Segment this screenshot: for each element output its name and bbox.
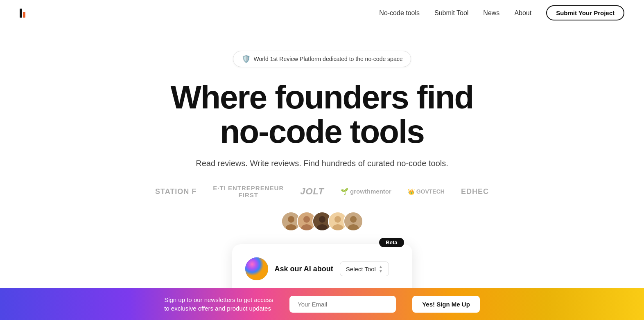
nav-link-submit[interactable]: Submit Tool bbox=[434, 9, 468, 17]
svg-point-10 bbox=[334, 216, 341, 223]
ai-top-row: Ask our AI about Select Tool ▲▼ bbox=[245, 257, 399, 280]
badge: 🛡️ World 1st Review Platform dedicated t… bbox=[233, 51, 411, 67]
svg-point-15 bbox=[245, 257, 268, 280]
user-avatars bbox=[281, 212, 363, 231]
footer-email-input[interactable] bbox=[289, 296, 396, 313]
logo-growthmentor: 🌱 growthmentor bbox=[341, 188, 391, 195]
navbar: No-code tools Submit Tool News About Sub… bbox=[0, 0, 644, 26]
logo-govtech: 👑 GOVTECH bbox=[408, 188, 445, 195]
badge-emoji: 🛡️ bbox=[242, 54, 251, 63]
nav-link-nocode[interactable]: No-code tools bbox=[379, 9, 420, 17]
logo[interactable] bbox=[20, 9, 25, 18]
svg-point-4 bbox=[303, 216, 310, 223]
footer-signup-button[interactable]: Yes! Sign Me Up bbox=[412, 296, 480, 313]
dropdown-arrows-icon: ▲▼ bbox=[379, 264, 383, 273]
select-tool-label: Select Tool bbox=[346, 266, 376, 273]
footer-signup-text: Sign up to our newsletters to get access… bbox=[164, 295, 273, 313]
svg-point-7 bbox=[319, 216, 325, 223]
beta-badge: Beta bbox=[379, 238, 404, 247]
hero-section: 🛡️ World 1st Review Platform dedicated t… bbox=[0, 26, 644, 320]
nav-links: No-code tools Submit Tool News About Sub… bbox=[379, 5, 624, 20]
svg-point-1 bbox=[288, 216, 294, 223]
badge-text: World 1st Review Platform dedicated to t… bbox=[254, 56, 403, 62]
nav-link-about[interactable]: About bbox=[514, 9, 531, 17]
logo-et: e·Ti ENTREPRENEURFIRST bbox=[213, 185, 284, 198]
partner-logos: STATION F e·Ti ENTREPRENEURFIRST Jolt 🌱 … bbox=[155, 185, 489, 198]
ai-ask-label: Ask our AI about bbox=[275, 265, 333, 273]
nav-link-news[interactable]: News bbox=[483, 9, 499, 17]
submit-project-button[interactable]: Submit Your Project bbox=[546, 5, 624, 20]
footer-banner: Sign up to our newsletters to get access… bbox=[0, 288, 644, 320]
logo-jolt: Jolt bbox=[300, 186, 324, 197]
hero-title: Where founders find no-code tools bbox=[163, 80, 482, 149]
logo-station-f: STATION F bbox=[155, 187, 197, 196]
svg-point-13 bbox=[350, 216, 357, 223]
logo-edhec: EDHEC bbox=[461, 187, 489, 196]
avatar-5 bbox=[343, 212, 363, 231]
select-tool-dropdown[interactable]: Select Tool ▲▼ bbox=[340, 261, 389, 276]
hero-subtitle: Read reviews. Write reviews. Find hundre… bbox=[196, 159, 448, 168]
ai-avatar bbox=[245, 257, 268, 280]
